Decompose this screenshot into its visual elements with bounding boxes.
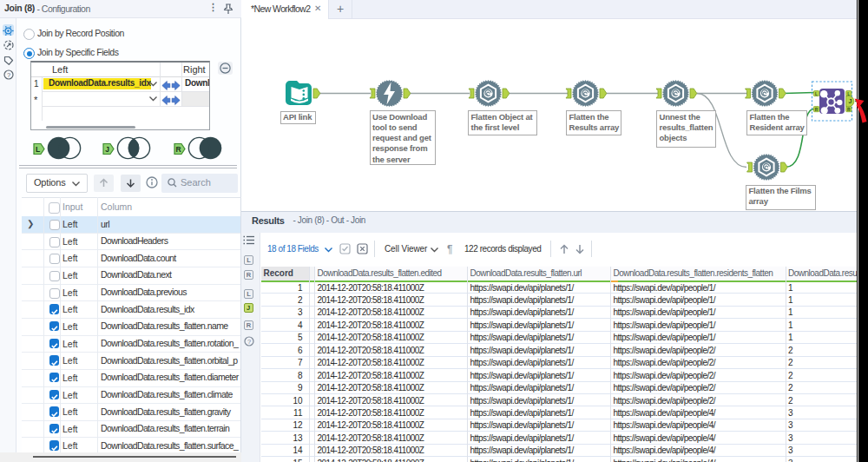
svg-text:L: L (815, 92, 818, 96)
svg-text:R: R (815, 108, 819, 112)
svg-text:J: J (849, 98, 852, 104)
svg-text:R: R (847, 108, 851, 112)
svg-text:L: L (847, 92, 850, 96)
svg-text:R: R (175, 145, 181, 154)
svg-text:?: ? (7, 70, 10, 78)
svg-text:J: J (105, 145, 109, 154)
svg-text:?: ? (247, 338, 251, 346)
svg-text:L: L (36, 145, 40, 154)
